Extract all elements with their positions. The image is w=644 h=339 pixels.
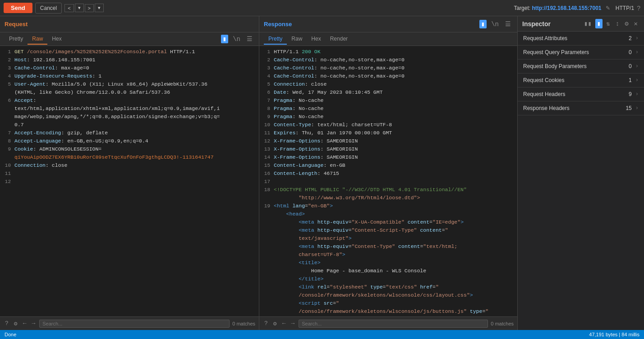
- code-line: <title>: [259, 259, 517, 267]
- inspector-title: Inspector: [522, 20, 582, 27]
- code-line: <head>: [259, 210, 517, 218]
- request-icon-doc[interactable]: ▮: [221, 35, 228, 43]
- target-label: Target:: [514, 5, 530, 11]
- code-line: 7 Pragma: No-cache: [259, 96, 517, 105]
- inspector-sort-icon[interactable]: ⇅: [604, 19, 612, 28]
- response-bottom-bar: ? ⚙ ← → 0 matches: [259, 316, 517, 330]
- code-line: "http://www.w3.org/TR/html4/loose.dtd">: [259, 194, 517, 202]
- request-settings-icon[interactable]: ⚙: [13, 319, 19, 328]
- request-prev-match[interactable]: ←: [22, 319, 28, 328]
- inspector-row-request-headers[interactable]: Request Headers 9 ›: [518, 87, 644, 101]
- inspector-pane: Inspector ▮▮ ▮ ⇅ ↕ ⚙ ✕ Request Attribute…: [518, 16, 644, 330]
- inspector-icons: ▮▮ ▮ ⇅ ↕ ⚙ ✕: [582, 19, 639, 28]
- code-line: 10 Connection: close: [0, 161, 259, 170]
- response-header-icons: ▮ \n ☰: [479, 19, 513, 29]
- code-line: 14 X-Frame-Options: SAMEORIGIN: [259, 153, 517, 161]
- nav-back-button[interactable]: <: [64, 4, 74, 12]
- inspector-close-icon[interactable]: ✕: [632, 19, 639, 28]
- cancel-button[interactable]: Cancel: [35, 3, 62, 14]
- code-line: <meta http-equiv="Content-Type" content=…: [259, 243, 517, 251]
- response-prev-match[interactable]: ←: [281, 319, 287, 328]
- code-line: qiYouAipOODZ7EX6YRB10uRorC89seTtqcXufOnF…: [0, 153, 259, 161]
- response-help-icon[interactable]: ?: [263, 319, 269, 328]
- response-settings-icon[interactable]: ⚙: [272, 319, 278, 328]
- tab-response-hex[interactable]: Hex: [307, 34, 325, 45]
- request-search-input[interactable]: [39, 320, 230, 328]
- code-line: 17: [259, 178, 517, 186]
- tab-request-pretty[interactable]: Pretty: [5, 34, 28, 45]
- code-line: <meta http-equiv="X-UA-Compatible" conte…: [259, 218, 517, 226]
- code-line: /console/framework/skeletons/wlsconsole/…: [259, 291, 517, 299]
- inspector-rows-container: Request Attributes 2 › Request Query Par…: [518, 32, 644, 330]
- code-line: 2 Cache-Control: no-cache,no-store,max-a…: [259, 56, 517, 64]
- request-tab-icons: ▮ \n ☰: [221, 34, 254, 44]
- code-line: mage/webp,image/apng,*/*;q=0.8,applicati…: [0, 113, 259, 121]
- top-toolbar: Send Cancel < ▾ > ▾ Target: http://192.1…: [0, 0, 644, 16]
- inspector-row-request-attributes[interactable]: Request Attributes 2 ›: [518, 32, 644, 46]
- code-line: (KHTML, like Gecko) Chrome/112.0.0.0 Saf…: [0, 88, 259, 96]
- code-line: 2 Host: 192.168.148.155:7001: [0, 56, 259, 64]
- http-version: HTTP/1: [616, 5, 634, 11]
- code-line: <script src=": [259, 299, 517, 307]
- inspector-row-response-headers[interactable]: Response Headers 15 ›: [518, 101, 644, 115]
- nav-back2-button[interactable]: ▾: [75, 4, 84, 12]
- code-line: 6 Accept:: [0, 96, 259, 105]
- response-header: Response ▮ \n ☰: [259, 16, 517, 32]
- code-line: /console/framework/skeletons/wlsconsole/…: [259, 307, 517, 316]
- response-match-count: 0 matches: [491, 321, 514, 326]
- tab-request-raw[interactable]: Raw: [28, 34, 47, 45]
- tab-response-render[interactable]: Render: [326, 34, 352, 45]
- code-line: 1 GET /console/images/%252E%252E%252Fcon…: [0, 48, 259, 56]
- code-line: 11 Expires: Thu, 01 Jan 1970 00:00:00 GM…: [259, 129, 517, 137]
- request-tab-bar: Pretty Raw Hex ▮ \n ☰: [0, 32, 259, 46]
- inspector-list-icon[interactable]: ▮: [595, 19, 603, 28]
- request-help-icon[interactable]: ?: [4, 319, 10, 328]
- request-icon-newline[interactable]: \n: [231, 35, 242, 44]
- code-line: 5 User-Agent: Mozilla/5.0 (X11; Linux x8…: [0, 80, 259, 88]
- request-pane: Request Pretty Raw Hex ▮ \n ☰ 1 GET /con…: [0, 16, 259, 330]
- response-icon-doc[interactable]: ▮: [479, 20, 487, 28]
- chevron-icon: ›: [635, 77, 639, 83]
- tab-request-hex[interactable]: Hex: [47, 34, 66, 45]
- send-button[interactable]: Send: [4, 3, 32, 13]
- code-line: 13 X-Frame-Options: SAMEORIGIN: [259, 145, 517, 153]
- nav-fwd-button[interactable]: >: [85, 4, 94, 12]
- response-next-match[interactable]: →: [290, 319, 296, 328]
- response-icon-newline[interactable]: \n: [489, 20, 501, 29]
- code-line: 15 Content-Language: en-GB: [259, 161, 517, 170]
- code-line: 8 Pragma: No-cache: [259, 105, 517, 113]
- code-line: <meta http-equiv="Content-Script-Type" c…: [259, 226, 517, 234]
- request-next-match[interactable]: →: [30, 319, 37, 328]
- tab-response-raw[interactable]: Raw: [287, 34, 307, 45]
- code-line: 9 Pragma: No-cache: [259, 113, 517, 121]
- request-icon-menu[interactable]: ☰: [245, 34, 254, 44]
- inspector-expand-icon[interactable]: ↕: [614, 19, 621, 28]
- inspector-row-query-params[interactable]: Request Query Parameters 0 ›: [518, 46, 644, 60]
- inspector-row-body-params[interactable]: Request Body Parameters 0 ›: [518, 60, 644, 73]
- inspector-grid-icon[interactable]: ▮▮: [582, 19, 593, 28]
- request-header: Request: [0, 16, 259, 32]
- code-line: </title>: [259, 275, 517, 283]
- inspector-row-cookies[interactable]: Request Cookies 1 ›: [518, 73, 644, 87]
- chevron-icon: ›: [635, 105, 639, 111]
- code-line: 11: [0, 170, 259, 178]
- inspector-settings-icon[interactable]: ⚙: [623, 19, 630, 28]
- code-line: 3 Cache-Control: no-cache,no-store,max-a…: [259, 64, 517, 72]
- help-icon[interactable]: ?: [637, 5, 640, 12]
- code-line: 4 Cache-Control: no-cache,no-store,max-a…: [259, 72, 517, 80]
- code-line: <link rel="stylesheet" type="text/css" h…: [259, 283, 517, 291]
- request-code-area: 1 GET /console/images/%252E%252E%252Fcon…: [0, 46, 259, 316]
- code-line: 9 Cookie: ADMINCONSOLESESSION=: [0, 145, 259, 153]
- target-url: http://192.168.148.155:7001: [532, 5, 601, 11]
- edit-icon[interactable]: ✎: [606, 5, 610, 11]
- code-line: text/javascript">: [259, 234, 517, 243]
- nav-fwd2-button[interactable]: ▾: [95, 4, 104, 12]
- chevron-icon: ›: [635, 91, 639, 97]
- response-icon-menu[interactable]: ☰: [503, 19, 513, 29]
- tab-response-pretty[interactable]: Pretty: [264, 34, 287, 45]
- response-code-area: 1 HTTP/1.1 200 OK 2 Cache-Control: no-ca…: [259, 46, 517, 316]
- code-line: 19 <html lang="en-GB">: [259, 202, 517, 210]
- response-search-input[interactable]: [299, 320, 488, 328]
- target-info: Target: http://192.168.148.155:7001 ✎: [514, 5, 610, 11]
- code-line: charset=UTF-8">: [259, 251, 517, 259]
